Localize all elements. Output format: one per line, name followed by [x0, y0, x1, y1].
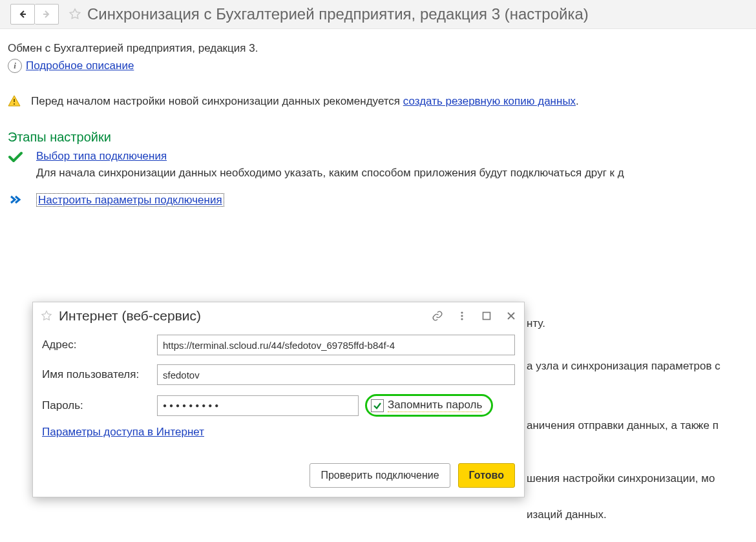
details-row: i Подробное описание: [8, 59, 748, 73]
backup-link[interactable]: создать резервную копию данных: [403, 95, 576, 107]
check-icon: [8, 151, 23, 163]
svg-rect-2: [14, 99, 15, 102]
access-params-row: Параметры доступа в Интернет: [42, 426, 515, 439]
dialog-favorite-icon[interactable]: [38, 307, 55, 324]
remember-password-label: Запомнить пароль: [388, 399, 482, 412]
check-icon: [373, 401, 382, 410]
bg-text-3: аничения отправки данных, а также п: [527, 419, 719, 432]
subtitle: Обмен с Бухгалтерией предприятия, редакц…: [8, 42, 748, 55]
page-title: Синхронизация с Бухгалтерией предприятия…: [87, 5, 589, 23]
stage-2-link[interactable]: Настроить параметры подключения: [36, 193, 224, 207]
warning-post: .: [576, 95, 579, 107]
svg-point-6: [461, 318, 463, 320]
address-input[interactable]: [157, 335, 515, 355]
dialog-footer: Проверить подключение Готово: [33, 448, 524, 497]
username-row: Имя пользователя:: [42, 364, 515, 385]
stage-1: Выбор типа подключения Для начала синхро…: [8, 150, 748, 180]
star-icon: [40, 309, 53, 322]
nav-forward-button[interactable]: [35, 4, 59, 25]
info-icon: i: [8, 59, 22, 73]
body: Обмен с Бухгалтерией предприятия, редакц…: [0, 29, 756, 207]
connection-dialog: Интернет (веб-сервис) Адрес: Имя пользов…: [32, 302, 525, 497]
stage-1-link[interactable]: Выбор типа подключения: [36, 150, 167, 162]
password-wrap: Запомнить пароль: [157, 394, 515, 417]
current-step-icon: [8, 195, 23, 204]
favorite-star-icon[interactable]: [67, 6, 83, 23]
warning-text: Перед началом настройки новой синхрониза…: [31, 95, 579, 108]
close-icon[interactable]: [505, 309, 518, 322]
bg-text-2: а узла и синхронизация параметров с: [527, 360, 720, 373]
internet-access-params-link[interactable]: Параметры доступа в Интернет: [42, 426, 204, 438]
stages-title: Этапы настройки: [8, 130, 748, 145]
stage-1-desc: Для начала синхронизации данных необходи…: [36, 167, 748, 180]
arrow-right-icon: [42, 10, 51, 19]
svg-point-4: [461, 311, 463, 313]
nav-back-button[interactable]: [10, 4, 35, 25]
link-icon[interactable]: [431, 309, 444, 322]
bg-text-4: шения настройки синхронизации, мо: [527, 472, 715, 485]
password-label: Пароль:: [42, 399, 157, 412]
warning-row: Перед началом настройки новой синхрониза…: [8, 95, 748, 108]
warning-pre: Перед началом настройки новой синхрониза…: [31, 95, 403, 107]
username-label: Имя пользователя:: [42, 368, 157, 381]
nav-buttons: [10, 4, 59, 25]
password-row: Пароль: Запомнить пароль: [42, 394, 515, 417]
dialog-header: Интернет (веб-сервис): [33, 302, 524, 327]
remember-password-checkbox[interactable]: [371, 399, 384, 412]
more-icon[interactable]: [456, 309, 468, 322]
svg-rect-7: [483, 313, 490, 320]
svg-rect-3: [14, 103, 15, 105]
password-input[interactable]: [157, 395, 359, 416]
stage-2: Настроить параметры подключения: [8, 194, 748, 207]
warning-icon: [8, 95, 21, 107]
arrow-left-icon: [18, 10, 27, 19]
test-connection-button[interactable]: Проверить подключение: [310, 463, 450, 488]
done-button[interactable]: Готово: [458, 463, 515, 488]
address-row: Адрес:: [42, 335, 515, 355]
bg-text-5: изаций данных.: [527, 508, 607, 521]
bg-text-1: нту.: [527, 317, 545, 330]
dialog-form: Адрес: Имя пользователя: Пароль: Запомни…: [33, 327, 524, 448]
address-label: Адрес:: [42, 339, 157, 351]
dialog-title: Интернет (веб-сервис): [59, 308, 431, 324]
star-icon: [68, 7, 82, 21]
header-bar: Синхронизация с Бухгалтерией предприятия…: [0, 0, 756, 29]
dialog-controls: [431, 309, 518, 322]
username-input[interactable]: [157, 364, 515, 385]
remember-password-group: Запомнить пароль: [365, 394, 493, 417]
stage-2-body: Настроить параметры подключения: [36, 194, 748, 207]
stage-1-body: Выбор типа подключения Для начала синхро…: [36, 150, 748, 180]
svg-point-5: [461, 315, 463, 317]
maximize-icon[interactable]: [480, 309, 493, 322]
details-link[interactable]: Подробное описание: [26, 59, 134, 72]
